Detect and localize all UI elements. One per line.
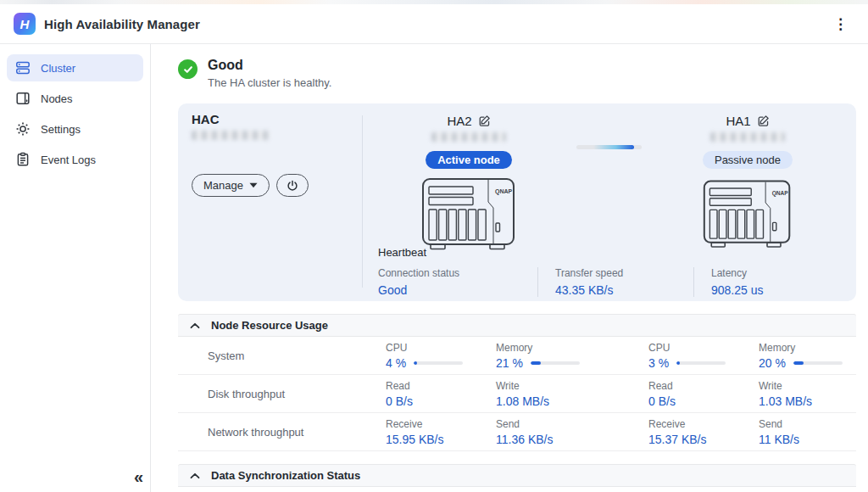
manage-button-label: Manage [203,179,243,192]
cluster-name: HAC [192,112,353,126]
heartbeat-stat: Transfer speed 43.35 KB/s [537,267,693,297]
heartbeat-stat: Latency 908.25 us [693,267,779,297]
status-title: Good [208,58,331,73]
resource-section-header[interactable]: Node Resource Usage [178,314,856,337]
stat-value: Good [378,283,522,297]
sidebar-item-nodes[interactable]: Nodes [7,85,143,112]
app-window: H High Availability Manager ⋮ Cluster [0,0,868,492]
stat-memory: Memory 20 % [759,342,856,370]
app-header: H High Availability Manager ⋮ [0,4,868,44]
caret-down-icon [249,182,258,188]
row-label: Network throughput [208,426,386,439]
node-name: HA2 [447,114,471,128]
cpu-usage-bar [414,361,463,365]
stat-read: Read 0 B/s [386,380,496,408]
node-name: HA1 [726,114,750,128]
power-icon [287,180,298,192]
sync-section-header[interactable]: Data Synchronization Status [178,464,856,487]
app-logo-glyph: H [20,18,30,31]
app-title: High Availability Manager [44,17,200,31]
nas-device-image: QNAP [702,176,793,253]
stat-value: 908.25 us [711,283,764,297]
memory-usage-bar [793,361,843,365]
cluster-card: HAC Manage [178,103,856,301]
nas-device-image: QNAP [420,176,518,253]
stat-label: Connection status [378,267,522,279]
app-logo-icon: H [14,13,36,35]
main-content: Good The HA cluster is healthy. HAC Mana… [151,44,868,492]
cluster-health-status: Good The HA cluster is healthy. [178,58,856,89]
cpu-usage-bar [676,361,726,365]
node-ip-redacted [431,132,506,142]
sidebar-item-cluster[interactable]: Cluster [7,54,143,81]
stat-send: Send 11.36 KB/s [496,418,648,446]
stat-cpu: CPU 4 % [386,342,496,370]
status-subtitle: The HA cluster is healthy. [208,76,331,89]
sidebar-collapse-button[interactable]: « [134,468,143,485]
device-brand-label: QNAP [772,190,789,197]
gear-icon [15,121,31,137]
row-label: System [208,349,386,362]
node-panel-ha1: HA1 Passive node [671,114,824,256]
health-check-icon [178,59,198,79]
stat-memory: Memory 21 % [496,342,648,370]
node-panel-ha2: HA2 Active node [392,114,545,256]
stat-receive: Receive 15.95 KB/s [386,418,496,446]
stat-send: Send 11 KB/s [759,418,856,446]
node-ip-redacted [710,132,785,142]
section-title: Node Resource Usage [211,319,328,332]
sidebar-item-settings[interactable]: Settings [7,115,143,143]
stat-value: 43.35 KB/s [555,283,678,297]
stat-receive: Receive 15.37 KB/s [648,418,759,446]
stat-write: Write 1.08 MB/s [496,380,648,408]
power-button[interactable] [276,174,309,197]
sidebar-item-label: Cluster [41,62,75,75]
chevron-up-icon [190,472,200,479]
stat-cpu: CPU 3 % [648,342,759,370]
resource-row-system: System CPU 4 % Memory 21 % CPU 3 % [178,337,856,375]
heartbeat-title: Heartbeat [378,246,853,259]
stat-read: Read 0 B/s [648,380,759,408]
chevron-up-icon [190,322,200,329]
manage-button[interactable]: Manage [192,174,270,197]
stat-label: Latency [711,267,764,279]
sync-progress-bar [576,145,642,149]
passive-node-badge: Passive node [703,151,793,169]
nas-icon [15,91,31,106]
sidebar-item-label: Event Logs [41,154,96,166]
heartbeat-stat: Connection status Good [378,267,537,297]
sidebar-item-label: Settings [41,123,81,136]
sidebar: Cluster Nodes [0,44,151,492]
edit-node-name-icon[interactable] [757,115,770,127]
cluster-ip-redacted [192,131,270,140]
stat-write: Write 1.03 MB/s [759,380,856,408]
heartbeat-section: Heartbeat Connection status Good Transfe… [378,246,853,297]
kebab-menu-icon[interactable]: ⋮ [826,12,854,36]
clipboard-icon [15,152,31,167]
memory-usage-bar [531,361,580,365]
resource-row-disk: Disk throughput Read 0 B/s Write 1.08 MB… [178,375,856,413]
active-node-badge: Active node [426,151,512,169]
card-vertical-divider [362,115,363,288]
edit-node-name-icon[interactable] [478,115,491,127]
sidebar-item-label: Nodes [41,92,73,105]
device-brand-label: QNAP [495,188,513,195]
section-title: Data Synchronization Status [211,469,360,482]
cluster-info: HAC Manage [192,112,353,197]
row-label: Disk throughput [208,388,386,400]
server-stack-icon [15,60,31,75]
sidebar-item-event-logs[interactable]: Event Logs [7,146,143,173]
resource-row-network: Network throughput Receive 15.95 KB/s Se… [178,413,856,451]
stat-label: Transfer speed [555,267,678,279]
